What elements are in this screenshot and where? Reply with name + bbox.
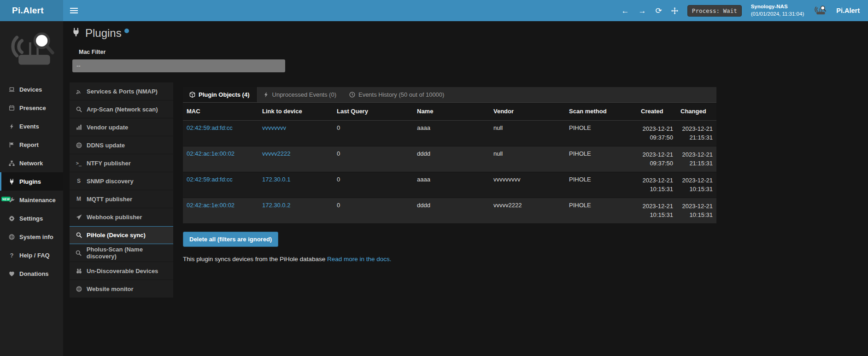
cell-scan-method: PIHOLE xyxy=(565,172,637,198)
sidebar-item-maintenance[interactable]: NEW Maintenance xyxy=(0,191,63,209)
device-link[interactable]: vvvvv2222 xyxy=(262,150,290,157)
sidebar-item-settings[interactable]: Settings xyxy=(0,209,63,228)
cell-created: 2023-12-21 09:37:50 xyxy=(637,146,677,172)
mac-link[interactable]: 02:42:59:ad:fd:cc xyxy=(187,176,233,183)
cell-name: aaaa xyxy=(413,172,490,198)
plugin-nav-label: Services & Ports (NMAP) xyxy=(87,88,158,95)
sidebar-item-label: Maintenance xyxy=(19,197,56,204)
sidebar-toggle-button[interactable] xyxy=(63,0,84,21)
column-header-mac[interactable]: MAC xyxy=(183,103,258,120)
cell-link-to-device: 172.30.0.1 xyxy=(258,172,333,198)
device-link[interactable]: 172.30.0.2 xyxy=(262,202,290,209)
cell-mac: 02:42:59:ad:fd:cc xyxy=(183,172,258,198)
plug-icon xyxy=(8,179,15,185)
flag-icon xyxy=(8,142,15,148)
sidebar-item-help-faq[interactable]: ? Help / FAQ xyxy=(0,246,63,264)
cell-last-query: 0 xyxy=(333,172,413,198)
plugin-nav-item-pholus[interactable]: Pholus-Scan (Name discovery) xyxy=(70,244,173,262)
cell-mac: 02:42:ac:1e:00:02 xyxy=(183,146,258,172)
clock-icon xyxy=(349,92,355,98)
sidebar-item-donations[interactable]: Donations xyxy=(0,264,63,283)
cell-name: dddd xyxy=(413,146,490,172)
plugin-nav-item-ntfy[interactable]: >_ NTFY publisher xyxy=(70,154,173,172)
tab-plugin-objects[interactable]: Plugin Objects (4) xyxy=(183,87,257,102)
plugin-nav-item-webhook[interactable]: Webhook publisher xyxy=(70,208,173,226)
globe-icon xyxy=(8,234,15,240)
plugin-nav-item-website-monitor[interactable]: Website monitor xyxy=(70,280,173,298)
mqtt-icon: M xyxy=(75,196,82,202)
plugin-description-text: This plugin syncs devices from the PiHol… xyxy=(183,256,325,263)
table-row: 02:42:59:ad:fd:cc vvvvvvvv 0 aaaa null P… xyxy=(183,120,716,146)
plugin-nav: Services & Ports (NMAP) Arp-Scan (Networ… xyxy=(70,82,173,298)
delete-all-button[interactable]: Delete all (filters are ignored) xyxy=(183,232,278,247)
sidebar-item-network[interactable]: Network xyxy=(0,154,63,172)
plugin-nav-item-mqtt[interactable]: M MQTT publisher xyxy=(70,190,173,208)
plugin-nav-item-nmap[interactable]: Services & Ports (NMAP) xyxy=(70,82,173,100)
back-icon[interactable]: ← xyxy=(622,7,629,15)
docs-link[interactable]: Read more in the docs. xyxy=(327,256,392,263)
plugin-nav-label: Vendor update xyxy=(87,124,128,131)
device-link[interactable]: vvvvvvvv xyxy=(262,124,286,131)
plugin-nav-label: Un-Discoverable Devices xyxy=(87,268,158,274)
arrows-move-icon[interactable] xyxy=(671,7,678,14)
magnifier-icon xyxy=(75,106,82,112)
tab-unprocessed-events[interactable]: Unprocessed Events (0) xyxy=(257,87,343,102)
cell-name: dddd xyxy=(413,198,490,223)
question-icon: ? xyxy=(8,252,15,259)
globe-icon xyxy=(75,142,82,148)
plugin-nav-item-arpscan[interactable]: Arp-Scan (Network scan) xyxy=(70,100,173,118)
column-header-scan-method[interactable]: Scan method xyxy=(565,103,637,120)
cell-link-to-device: vvvvvvvv xyxy=(258,120,333,146)
plugin-nav-item-vendor-update[interactable]: Vendor update xyxy=(70,118,173,136)
column-header-vendor[interactable]: Vendor xyxy=(490,103,565,120)
plugin-nav-item-pihole[interactable]: PiHole (Device sync) xyxy=(70,226,173,244)
process-status-badge: Process: Wait xyxy=(687,5,742,17)
sidebar-item-events[interactable]: Events xyxy=(0,117,63,135)
plugin-objects-table: MAC Link to device Last Query Name Vendo… xyxy=(183,103,716,224)
column-header-created[interactable]: Created xyxy=(637,103,677,120)
plugin-nav-label: MQTT publisher xyxy=(87,196,132,203)
topbar: Pi.Alert ← → ⟳ Process: Wait Synology-NA… xyxy=(0,0,868,21)
plugin-nav-item-snmp[interactable]: S SNMP discovery xyxy=(70,172,173,190)
cell-changed: 2023-12-21 21:15:31 xyxy=(677,146,716,172)
topbar-right: ← → ⟳ Process: Wait Synology-NAS (01/01/… xyxy=(622,0,868,21)
device-link[interactable]: 172.30.0.1 xyxy=(262,176,290,183)
bar-chart-icon xyxy=(75,124,82,130)
binoculars-icon xyxy=(75,268,82,274)
plugin-nav-item-undiscoverable[interactable]: Un-Discoverable Devices xyxy=(70,262,173,280)
column-header-last-query[interactable]: Last Query xyxy=(333,103,413,120)
plugin-nav-item-ddns[interactable]: DDNS update xyxy=(70,136,173,154)
mac-link[interactable]: 02:42:ac:1e:00:02 xyxy=(187,150,235,157)
cell-changed: 2023-12-21 10:15:31 xyxy=(677,172,716,198)
column-header-link[interactable]: Link to device xyxy=(258,103,333,120)
topbar-brand-label: Pi.Alert xyxy=(836,7,860,14)
cell-changed: 2023-12-21 10:15:31 xyxy=(677,198,716,223)
app-logo[interactable]: Pi.Alert xyxy=(0,0,63,21)
tab-label: Plugin Objects (4) xyxy=(199,91,250,98)
snmp-icon: S xyxy=(75,178,82,184)
paper-plane-icon xyxy=(75,214,82,220)
bolt-icon xyxy=(8,123,15,129)
sidebar-item-plugins[interactable]: Plugins xyxy=(0,172,63,191)
plugins-help-badge[interactable] xyxy=(124,29,129,33)
cell-last-query: 0 xyxy=(333,198,413,223)
refresh-icon[interactable]: ⟳ xyxy=(656,7,662,15)
cell-scan-method: PIHOLE xyxy=(565,146,637,172)
cell-last-query: 0 xyxy=(333,120,413,146)
tab-events-history[interactable]: Events History (50 out of 10000) xyxy=(343,87,451,102)
mac-link[interactable]: 02:42:59:ad:fd:cc xyxy=(187,124,233,131)
column-header-name[interactable]: Name xyxy=(413,103,490,120)
mac-link[interactable]: 02:42:ac:1e:00:02 xyxy=(187,202,235,209)
column-header-changed[interactable]: Changed xyxy=(677,103,716,120)
mac-filter-input[interactable]: -- xyxy=(72,59,285,72)
sidebar-item-system-info[interactable]: System info xyxy=(0,228,63,246)
cell-scan-method: PIHOLE xyxy=(565,198,637,223)
sidebar-item-report[interactable]: Report xyxy=(0,135,63,154)
cell-vendor: null xyxy=(490,146,565,172)
sidebar-item-presence[interactable]: Presence xyxy=(0,99,63,117)
sidebar-item-devices[interactable]: Devices xyxy=(0,80,63,99)
sidebar-logo xyxy=(0,21,63,80)
sidebar-item-label: Presence xyxy=(19,105,46,111)
cube-icon xyxy=(189,92,195,98)
forward-icon[interactable]: → xyxy=(639,7,646,15)
